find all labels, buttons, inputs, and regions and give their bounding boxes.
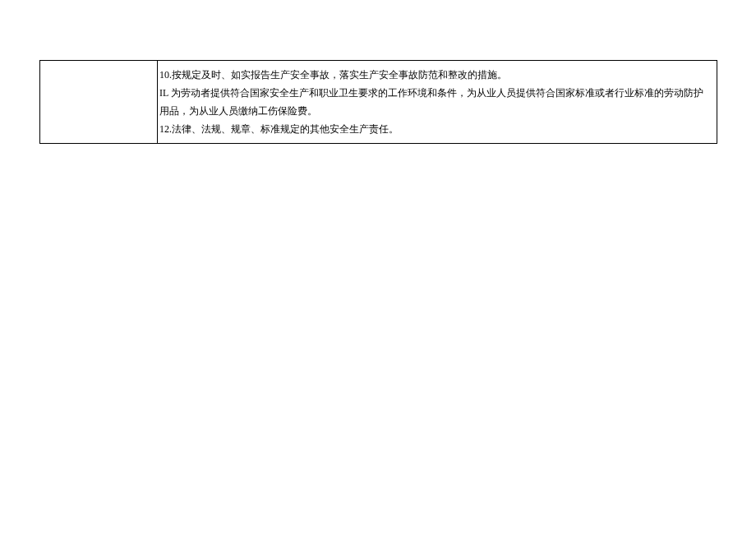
table-row: 10.按规定及时、如实报告生产安全事故，落实生产安全事故防范和整改的措施。 IL… [40,61,717,143]
list-item: IL 为劳动者提供符合国家安全生产和职业卫生要求的工作环境和条件，为从业人员提供… [159,84,710,120]
list-item: 12.法律、法规、规章、标准规定的其他安全生产责任。 [159,120,710,138]
document-table: 10.按规定及时、如实报告生产安全事故，落实生产安全事故防范和整改的措施。 IL… [39,60,717,144]
table-cell-right: 10.按规定及时、如实报告生产安全事故，落实生产安全事故防范和整改的措施。 IL… [158,61,717,143]
table-cell-left [40,61,158,143]
list-item: 10.按规定及时、如实报告生产安全事故，落实生产安全事故防范和整改的措施。 [159,66,710,84]
